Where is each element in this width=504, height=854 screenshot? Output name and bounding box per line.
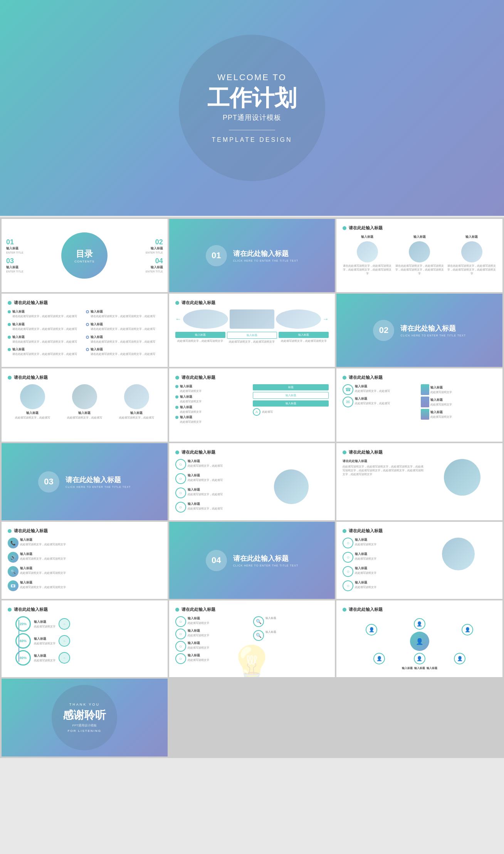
pf-item-3: 输入标题 此处填写说明文字 (175, 405, 251, 414)
node-labels: 输入标题 输入标题 输入标题 (343, 666, 496, 671)
thankyou-top: THANK YOU (69, 703, 100, 706)
ci-2: 输入标题 此处填写说明文字，此处填写 (60, 384, 109, 420)
slide-header-9: 请在此处输入标题 (343, 375, 496, 380)
flow-item-8: 输入标题 请在此处填写说明文字，此处填写说明文字，此处填写 (86, 347, 161, 356)
img-col-1: 输入标题 请在此处填写说明文字，此处填写说明文字，此处填写说明文字，此处填写说明… (343, 235, 392, 275)
section-num-03: 03 (38, 471, 59, 493)
b-item-1: ○ 输入标题 此处填写说明文字 (175, 616, 251, 627)
label-2: 输入标题 此处填写说明文字，此处填写说明文字 (227, 332, 277, 344)
ic-item-4: ○ 输入标题 此处填写说明文字 (343, 580, 418, 591)
slide-flow-left: 请在此处输入标题 输入标题 请在此处填写说明文字，此处填写说明文字，此处填写 输… (2, 294, 168, 367)
img-col-3: 输入标题 请在此处填写说明文字，此处填写说明文字，此处填写说明文字，此处填写说明… (447, 235, 496, 275)
bulb-right: 🔍 输入标题 🔍 输入标题 (253, 616, 329, 666)
it2-photo (274, 469, 309, 504)
ic2col-right (421, 538, 496, 593)
arrow-item-2 (230, 309, 275, 329)
cover-main-title: 工作计划 (207, 86, 297, 110)
cover-subtitle: PPT通用设计模板 (223, 113, 281, 122)
pi-item-4: 📧 输入标题 此处填写说明文字，此处填写说明文字 (8, 580, 161, 591)
slide-section-03: 03 请在此处输入标题 CLICK HERE TO ENTER THE TITL… (2, 443, 168, 520)
ic2col-left: ○ 输入标题 此处填写说明文字 ○ 输入标题 此处填写说明文字 ○ (343, 538, 418, 593)
cover-divider (229, 130, 275, 130)
pt-photo (428, 459, 496, 496)
photo-text-content: 请在此处输入标题 此处填写说明文字，此处填写说明文字，此处填写说明文字，此处填写… (343, 459, 496, 496)
slide-img-text-2col: 请在此处输入标题 ○ 输入标题 此处填写说明文字，此处填写 ○ 输入标题 (169, 443, 335, 520)
node-top: 👤 (414, 618, 425, 630)
pct-nodes-content: 20% 输入标题 此处填写说明文字 ○ 60% 输入标题 此处填写说明文字 ○ … (8, 616, 161, 666)
b-item-3: ○ 输入标题 此处填写说明文字 (175, 641, 251, 652)
flow-col-left: 输入标题 请在此处填写说明文字，此处填写说明文字，此处填写 输入标题 请在此处填… (8, 309, 83, 358)
pi-item-3: 🔍 输入标题 此处填写说明文字，此处填写说明文字 (8, 566, 161, 577)
il-item-1: ☎ 输入标题 此处填写说明文字，此处填写 (343, 384, 418, 395)
arrow-left: ← (175, 316, 181, 323)
slide-header-12: 请在此处输入标题 (343, 449, 496, 455)
section-content-02: 02 请在此处输入标题 CLICK HERE TO ENTER THE TITL… (373, 320, 466, 341)
section-text-01: 请在此处输入标题 CLICK HERE TO ENTER THE TITLE T… (233, 249, 299, 262)
node-bottom: 👤 (414, 653, 425, 664)
toc-item-02: 02 输入标题 ENTER TITLE (146, 238, 163, 254)
flow-item-1: 输入标题 请在此处填写说明文字，此处填写说明文字，此处填写 (8, 309, 83, 318)
it2-item-4: ○ 输入标题 此处填写说明文字，此处填写 (175, 502, 250, 513)
ic-item-2: ○ 输入标题 此处填写说明文字 (343, 552, 418, 563)
node-tl: 👤 (366, 624, 377, 635)
slide-header-3: 请在此处输入标题 (343, 225, 496, 231)
slide-header-17: 请在此处输入标题 (175, 607, 329, 612)
slide-photo-text: 请在此处输入标题 请在此处输入标题 此处填写说明文字，此处填写说明文字，此处填写… (336, 443, 502, 520)
section-text-02: 请在此处输入标题 CLICK HERE TO ENTER THE TITLE T… (400, 324, 466, 337)
slide-section-01: 01 请在此处输入标题 CLICK HERE TO ENTER THE TITL… (169, 219, 335, 292)
slide-header-15: 请在此处输入标题 (343, 528, 496, 534)
img-col-2: 输入标题 请在此处填写说明文字，此处填写说明文字，此处填写说明文字，此处填写说明… (395, 235, 444, 275)
slide-icon-circles: 请在此处输入标题 ○ 输入标题 此处填写说明文字 ○ 输入标题 此处填写说明文字 (336, 522, 502, 599)
thankyou-sub: PPT通用设计模板 (72, 723, 97, 728)
it2col-left: ○ 输入标题 此处填写说明文字，此处填写 ○ 输入标题 此处填写说明文字，此处填… (175, 459, 250, 514)
slides-grid: 01 输入标题 ENTER TITLE 03 输入标题 ENTER TITLE … (0, 217, 504, 758)
pct-item-3: 80% 输入标题 此处填写说明文字 ○ (15, 650, 70, 666)
slide-header-11: 请在此处输入标题 (175, 449, 329, 455)
flow-col-right: 输入标题 请在此处填写说明文字，此处填写说明文字，此处填写 输入标题 请在此处填… (86, 309, 161, 358)
thankyou-main: 感谢聆听 (63, 708, 106, 723)
section-content-01: 01 请在此处输入标题 CLICK HERE TO ENTER THE TITL… (206, 245, 299, 266)
bulb-content: ○ 输入标题 此处填写说明文字 ○ 输入标题 此处填写说明文字 ○ (175, 616, 329, 666)
img-circle-3 (461, 241, 482, 262)
section-content-03: 03 请在此处输入标题 CLICK HERE TO ENTER THE TITL… (38, 471, 131, 493)
img-arrow-items (183, 309, 321, 329)
flow-item-6: 输入标题 请在此处填写说明文字，此处填写说明文字，此处填写 (86, 322, 161, 331)
arrow-item-3 (276, 309, 321, 329)
pf-item-4: 输入标题 此处填写说明文字 (175, 415, 251, 424)
slide-header-18: 请在此处输入标题 (343, 607, 496, 612)
toc-item-01: 01 输入标题 ENTER TITLE (6, 238, 24, 254)
label-1: 输入标题 此处填写说明文字，此处填写说明文字 (175, 332, 225, 344)
ci-1: 输入标题 此处填写说明文字，此处填写 (8, 384, 57, 420)
arrow-item-1 (183, 309, 228, 329)
b-item-4: ○ 输入标题 此处填写说明文字 (175, 653, 251, 664)
icon-list-left: ☎ 输入标题 此处填写说明文字，此处填写 ✉ 输入标题 此处填写说明文字，此处填… (343, 384, 418, 420)
slide-toc: 01 输入标题 ENTER TITLE 03 输入标题 ENTER TITLE … (2, 219, 168, 292)
slide-header-4: 请在此处输入标题 (8, 300, 161, 306)
section-num-04: 04 (206, 550, 227, 571)
pi-item-1: 📞 输入标题 此处填写说明文字，此处填写说明文字 (8, 538, 161, 548)
cover-welcome: WELCOME TO (217, 72, 287, 82)
slide-bulb: 请在此处输入标题 💡 ○ 输入标题 此处填写说明文字 ○ 输入标题 此处填写说明… (169, 600, 335, 677)
slide-section-04: 04 请在此处输入标题 CLICK HERE TO ENTER THE TITL… (169, 522, 335, 599)
flow-item-3: 输入标题 请在此处填写说明文字，此处填写说明文字，此处填写 (8, 335, 83, 344)
person-nodes-diagram: 👤 👤 👤 👤 👤 👤 👤 (343, 616, 496, 666)
label-3: 输入标题 此处填写说明文字，此处填写说明文字 (279, 332, 329, 344)
node-bl: 👤 (373, 653, 385, 664)
slide-header-13: 请在此处输入标题 (8, 528, 161, 534)
il-shapes: 输入标题 此处填写说明文字 输入标题 此处填写说明文字 (421, 384, 496, 420)
slide-icon-list: 请在此处输入标题 ☎ 输入标题 此处填写说明文字，此处填写 ✉ 输入标题 此处填… (336, 368, 502, 442)
it2-item-3: ○ 输入标题 此处填写说明文字，此处填写 (175, 488, 250, 498)
label-row: 输入标题 此处填写说明文字，此处填写说明文字 输入标题 此处填写说明文字，此处填… (175, 332, 329, 344)
ic-item-1: ○ 输入标题 此处填写说明文字 (343, 538, 418, 548)
node-tr: 👤 (462, 624, 473, 635)
pct-item-2: 60% 输入标题 此处填写说明文字 ○ (15, 633, 70, 649)
pi-item-2: 🔊 输入标题 此处填写说明文字，此处填写说明文字 (8, 552, 161, 563)
pct-item-1: 20% 输入标题 此处填写说明文字 ○ (15, 616, 70, 632)
flow-item-2: 输入标题 请在此处填写说明文字，此处填写说明文字，此处填写 (8, 322, 83, 331)
ic-item-3: ○ 输入标题 此处填写说明文字 (343, 566, 418, 577)
toc-item-04: 04 输入标题 ENTER TITLE (146, 257, 163, 273)
slide-thankyou: THANK YOU 感谢聆听 PPT通用设计模板 FOR LISTENING (2, 679, 168, 756)
bulb-left: ○ 输入标题 此处填写说明文字 ○ 输入标题 此处填写说明文字 ○ (175, 616, 251, 666)
pf-right: 标题 输入标题 输入标题 A 此处填写 (253, 384, 329, 425)
img-circle-2 (409, 241, 430, 262)
